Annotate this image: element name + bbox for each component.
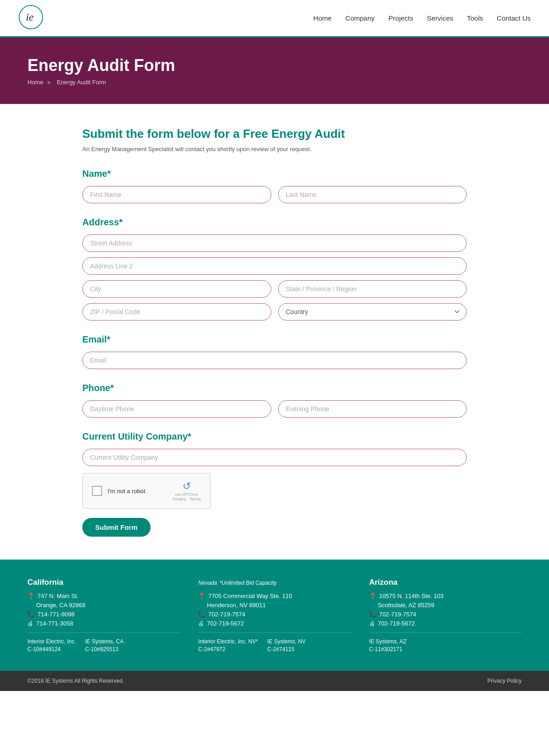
city-input[interactable] [82,280,271,298]
footer-nv-phone: 📞 702-719-7574 [198,611,350,618]
footer-arizona: Arizona 📍 10575 N. 114th Ste. 103 Scotts… [369,578,522,653]
breadcrumb-current: Energy Audit Form [57,79,106,86]
email-section-label: Email* [82,334,467,345]
address-section-label: Address* [82,217,467,228]
last-name-group [278,186,467,203]
recaptcha-label: I'm not a robot [108,488,167,495]
first-name-group [82,186,271,203]
last-name-input[interactable] [278,186,467,203]
page-title: Energy Audit Form [27,56,522,75]
breadcrumb-home[interactable]: Home [27,79,43,86]
zip-group [82,303,271,321]
email-row [82,352,467,369]
footer-ca-phone: 📞 714-771-9098 [27,611,180,618]
city-state-row [82,280,467,298]
footer-main: California 📍 747 N. Main St. Orange, CA … [0,560,549,671]
utility-input[interactable] [82,449,467,466]
location-icon-az: 📍 [369,593,377,599]
footer-ca-fax: 🖨 714-771-3058 [27,620,180,627]
fax-icon-az: 🖨 [369,620,375,627]
footer-az-city: Scottsdale, AZ 85259 [369,602,522,609]
nav-company[interactable]: Company [345,14,375,22]
name-section-label: Name* [82,169,467,179]
recaptcha-icon: ↺ [183,480,191,492]
address2-input[interactable] [82,257,467,275]
phone-section-label: Phone* [82,383,467,393]
street-input[interactable] [82,234,467,252]
fax-icon-nv: 🖨 [198,620,204,627]
footer-nv-licenses: Interior Electric, Inc. NV* C-2#47972 IE… [198,638,350,653]
email-group [82,352,467,369]
nav-home[interactable]: Home [313,14,332,22]
footer-bottom: ©2018 IE Systems All Rights Reserved. Pr… [0,671,549,691]
footer-az-licenses: IE Systems, AZ C-11#302171 [369,638,522,653]
footer-ca-license1: Interior Electric, Inc. C-10#449124 [27,638,76,653]
state-input[interactable] [278,280,467,298]
navbar: ie Home Company Projects Services Tools … [0,0,549,38]
footer-nv-license2: IE Systems, NV C-2#74115 [267,638,306,653]
phone-icon-az: 📞 [369,611,377,618]
phone-row [82,400,467,418]
footer-nevada: Nevada *Unlimited Bid Capacity 📍 7705 Co… [198,578,350,653]
street-group [82,234,467,252]
footer-nv-address: 📍 7705 Commercial Way Ste. 110 [198,593,350,599]
location-icon-nv: 📍 [198,593,205,599]
audit-form: Name* Address* [82,169,467,537]
evening-phone-input[interactable] [278,400,467,418]
evening-phone-group [278,400,467,418]
footer-ca-city: Orange, CA 92868 [27,602,180,609]
footer-nv-city: Henderson, NV 89011 [198,602,350,609]
recaptcha-sub: Privacy - Terms [172,497,201,501]
utility-section-label: Current Utility Company* [82,431,467,442]
nav-contact[interactable]: Contact Us [497,14,531,22]
footer-az-phone: 📞 702-719-7574 [369,611,522,618]
first-name-input[interactable] [82,186,271,203]
state-group [278,280,467,298]
recaptcha-logo: ↺ reCAPTCHA Privacy - Terms [172,480,201,501]
phone-icon-nv: 📞 [198,611,205,618]
fax-icon: 🖨 [27,620,33,627]
location-icon: 📍 [27,593,35,599]
nav-projects[interactable]: Projects [388,14,413,22]
daytime-phone-input[interactable] [82,400,271,418]
recaptcha-brand: reCAPTCHA [175,492,199,497]
footer-ca-address: 📍 747 N. Main St. [27,593,180,599]
footer-ca-licenses: Interior Electric, Inc. C-10#449124 IE S… [27,638,180,653]
recaptcha-widget[interactable]: I'm not a robot ↺ reCAPTCHA Privacy - Te… [82,473,210,509]
phone-icon: 📞 [27,611,35,618]
street-row [82,234,467,252]
submit-button[interactable]: Submit Form [82,518,151,537]
svg-text:ie: ie [26,11,34,23]
footer-nv-fax: 🖨 702-719-5672 [198,620,350,627]
footer-california: California 📍 747 N. Main St. Orange, CA … [27,578,180,653]
address2-row [82,257,467,275]
footer-az-license1: IE Systems, AZ C-11#302171 [369,638,407,653]
name-row [82,186,467,203]
nav-tools[interactable]: Tools [467,14,483,22]
copyright-text: ©2018 IE Systems All Rights Reserved. [27,678,124,684]
logo[interactable]: ie [18,5,43,32]
zip-input[interactable] [82,303,271,321]
footer-nv-title: Nevada *Unlimited Bid Capacity [198,578,350,587]
zip-country-row: Country [82,303,467,321]
breadcrumb: Home » Energy Audit Form [27,79,522,86]
footer-ca-license2: IE Systems, CA C-10#925513 [85,638,124,653]
main-content: Submit the form below for a Free Energy … [69,104,480,560]
footer-az-address: 📍 10575 N. 114th Ste. 103 [369,593,522,599]
footer-nv-license1: Interior Electric, Inc. NV* C-2#47972 [198,638,258,653]
privacy-policy-link[interactable]: Privacy Policy [487,678,522,684]
nav-services[interactable]: Services [427,14,453,22]
utility-row [82,449,467,466]
daytime-phone-group [82,400,271,418]
city-group [82,280,271,298]
form-heading: Submit the form below for a Free Energy … [82,127,467,141]
footer-az-fax: 🖨 702-719-5672 [369,620,522,627]
footer-az-title: Arizona [369,578,522,587]
country-group: Country [278,303,467,321]
form-subtitle: An Energy Management Specialist will con… [82,146,467,152]
address2-group [82,257,467,275]
recaptcha-checkbox[interactable] [92,486,102,496]
country-select[interactable]: Country [278,303,467,321]
utility-group [82,449,467,466]
email-input[interactable] [82,352,467,369]
